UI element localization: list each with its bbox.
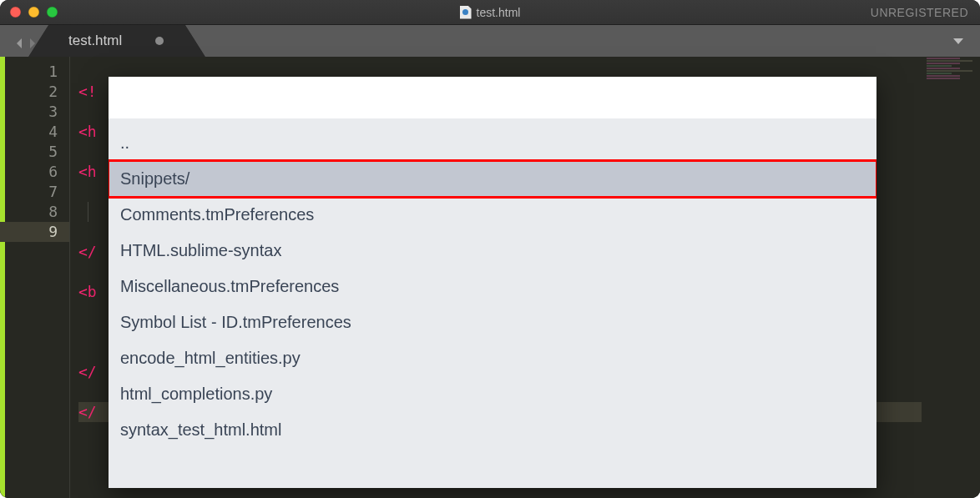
line-number: 2 — [5, 82, 58, 102]
tab-label: test.html — [68, 33, 122, 49]
code-text: <! — [78, 83, 97, 100]
list-item[interactable]: html_completions.py — [109, 376, 876, 412]
list-item-label: Symbol List - ID.tmPreferences — [120, 313, 351, 331]
close-window-button[interactable] — [10, 7, 21, 18]
line-number: 3 — [5, 102, 58, 122]
tab-bar: test.html — [0, 25, 980, 57]
code-text: </ — [78, 403, 97, 420]
list-item-label: encode_html_entities.py — [120, 349, 301, 367]
quick-panel-input[interactable] — [109, 77, 876, 118]
line-number-gutter: 1 2 3 4 5 6 7 8 9 — [5, 57, 70, 498]
list-item-label: html_completions.py — [120, 385, 272, 403]
list-item[interactable]: HTML.sublime-syntax — [109, 233, 876, 269]
dirty-indicator-icon — [155, 37, 164, 45]
list-item[interactable]: Symbol List - ID.tmPreferences — [109, 304, 876, 340]
list-item-label: Miscellaneous.tmPreferences — [120, 277, 339, 295]
minimap[interactable] — [922, 57, 980, 498]
list-item-label: Comments.tmPreferences — [120, 205, 314, 224]
list-item[interactable]: Comments.tmPreferences — [109, 197, 876, 233]
line-number: 1 — [5, 62, 58, 82]
list-item[interactable]: .. — [109, 125, 876, 161]
code-text: <b — [78, 283, 97, 300]
indent-guide — [88, 202, 88, 222]
minimize-window-button[interactable] — [28, 7, 39, 18]
line-number: 8 — [5, 202, 58, 222]
code-text: <h — [78, 123, 97, 140]
line-number: 5 — [5, 142, 58, 162]
code-text: </ — [78, 363, 97, 380]
file-icon — [460, 6, 472, 19]
zoom-window-button[interactable] — [47, 7, 58, 18]
list-item[interactable]: syntax_test_html.html — [109, 412, 876, 448]
window-title: test.html — [0, 0, 980, 24]
list-item[interactable]: Miscellaneous.tmPreferences — [109, 269, 876, 304]
list-item-label: syntax_test_html.html — [120, 420, 281, 439]
quick-panel: .. Snippets/ Comments.tmPreferences HTML… — [109, 77, 876, 488]
tab-overflow-button[interactable] — [952, 35, 965, 50]
code-text: </ — [78, 243, 97, 260]
quick-panel-list: .. Snippets/ Comments.tmPreferences HTML… — [109, 118, 876, 488]
line-number: 7 — [5, 182, 58, 202]
window-title-text: test.html — [477, 6, 521, 19]
line-number: 6 — [5, 162, 58, 182]
window-controls — [10, 7, 58, 18]
list-item-label: Snippets/ — [120, 169, 189, 188]
tab-test-html[interactable]: test.html — [48, 25, 185, 57]
line-number: 4 — [5, 122, 58, 142]
titlebar: test.html UNREGISTERED — [0, 0, 980, 25]
list-item[interactable]: encode_html_entities.py — [109, 340, 876, 376]
registration-status: UNREGISTERED — [871, 0, 968, 24]
nav-back-button[interactable] — [13, 37, 25, 50]
list-item-label: HTML.sublime-syntax — [120, 241, 281, 259]
code-text: <h — [78, 163, 97, 180]
list-item-label: .. — [120, 133, 129, 152]
list-item[interactable]: Snippets/ — [109, 161, 876, 197]
line-number: 9 — [0, 222, 69, 242]
app-window: test.html UNREGISTERED test.html 1 2 3 4 — [0, 0, 980, 498]
